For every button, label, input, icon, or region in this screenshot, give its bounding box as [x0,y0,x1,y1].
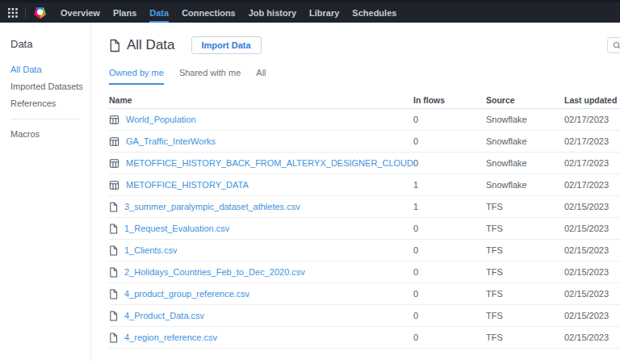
in-flows-cell: 1 [413,202,486,211]
name-cell: 2_Holidays_Countries_Feb_to_Dec_2020.csv [109,267,413,278]
in-flows-cell: 0 [413,245,486,255]
sidebar-item-imported-datasets[interactable]: Imported Datasets [10,82,90,91]
tab-all[interactable]: All [256,68,266,85]
nav-item-schedules[interactable]: Schedules [352,2,396,23]
source-cell: TFS [486,202,564,211]
column-header-in-flows[interactable]: In flows [413,95,486,105]
navbar-items: OverviewPlansDataConnectionsJob historyL… [61,2,396,23]
table-row: GA_Traffic_InterWorks0Snowflake02/17/202… [109,131,620,153]
datasets-table: NameIn flowsSourceLast updated World_Pop… [109,91,620,349]
last-updated-cell: 02/17/2023 [564,115,620,124]
tab-bar: Owned by meShared with meAll [109,68,620,85]
document-icon [109,39,120,52]
dataset-link[interactable]: World_Population [126,115,196,124]
navbar-left [8,2,61,23]
source-cell: Snowflake [486,136,564,146]
column-header-source[interactable]: Source [486,95,564,105]
column-header-name[interactable]: Name [109,95,413,105]
sidebar-item-macros[interactable]: Macros [10,129,90,139]
sidebar: Data All DataImported DatasetsReferences… [0,23,91,362]
alteryx-star-logo-icon[interactable] [33,6,47,19]
last-updated-cell: 02/15/2023 [564,245,620,255]
name-cell: 4_region_reference.csv [109,333,413,343]
nav-item-data[interactable]: Data [149,2,169,23]
file-icon [109,224,118,234]
file-icon [109,245,118,256]
file-icon [109,289,118,299]
sidebar-item-all-data[interactable]: All Data [10,65,90,74]
name-cell: World_Population [109,115,413,125]
name-cell: 4_Product_Data.csv [109,311,413,321]
last-updated-cell: 02/15/2023 [564,289,620,299]
sidebar-primary-list: All DataImported DatasetsReferences [10,65,90,108]
dataset-link[interactable]: METOFFICE_HISTORY_BACK_FROM_ALTERYX_DESI… [126,158,413,168]
name-cell: 4_product_group_reference.csv [109,289,413,299]
tab-shared-with-me[interactable]: Shared with me [179,68,241,85]
name-cell: METOFFICE_HISTORY_BACK_FROM_ALTERYX_DESI… [109,158,413,169]
page-header: All Data Import Data [109,36,620,55]
source-cell: TFS [486,311,564,320]
table-row: METOFFICE_HISTORY_BACK_FROM_ALTERYX_DESI… [109,153,620,174]
dataset-link[interactable]: 4_region_reference.csv [124,333,217,342]
app-launcher-grid-icon[interactable] [8,8,18,18]
table-header-row: NameIn flowsSourceLast updated [109,91,620,109]
search-box [607,37,620,53]
source-cell: TFS [486,245,564,255]
dataset-link[interactable]: METOFFICE_HISTORY_DATA [126,180,249,190]
dataset-link[interactable]: 3_summer_paralympic_dataset_athletes.csv [124,202,300,211]
source-cell: Snowflake [486,180,564,190]
last-updated-cell: 02/15/2023 [564,202,620,211]
table-icon [109,115,119,125]
dataset-link[interactable]: 1_Clients.csv [124,245,177,255]
sidebar-title: Data [10,38,90,50]
dataset-link[interactable]: 1_Request_Evaluation.csv [124,224,229,233]
page-title: All Data [127,37,175,53]
table-row: World_Population0Snowflake02/17/2023 [109,109,620,131]
column-header-last-updated[interactable]: Last updated [564,95,620,105]
in-flows-cell: 0 [413,136,486,146]
column-header-label: Name [109,95,132,105]
table-row: 3_summer_paralympic_dataset_athletes.csv… [109,196,620,218]
in-flows-cell: 0 [413,115,486,124]
last-updated-cell: 02/15/2023 [564,224,620,233]
in-flows-cell: 0 [413,289,486,299]
table-row: 4_region_reference.csv0TFS02/15/2023 [109,327,620,349]
in-flows-cell: 0 [413,224,486,233]
file-icon [109,202,118,212]
nav-item-connections[interactable]: Connections [182,2,236,23]
name-cell: 1_Request_Evaluation.csv [109,224,413,234]
name-cell: 1_Clients.csv [109,245,413,256]
file-icon [109,267,118,278]
table-row: 1_Clients.csv0TFS02/15/2023 [109,240,620,261]
top-navbar: OverviewPlansDataConnectionsJob historyL… [0,0,620,23]
table-row: METOFFICE_HISTORY_DATA1Snowflake02/17/20… [109,174,620,196]
dataset-link[interactable]: 2_Holidays_Countries_Feb_to_Dec_2020.csv [124,267,305,277]
in-flows-cell: 0 [413,158,486,168]
tab-owned-by-me[interactable]: Owned by me [109,68,164,85]
dataset-link[interactable]: GA_Traffic_InterWorks [126,136,216,146]
file-icon [109,311,118,321]
table-body: World_Population0Snowflake02/17/2023GA_T… [109,109,620,349]
table-row: 2_Holidays_Countries_Feb_to_Dec_2020.csv… [109,261,620,283]
column-header-label: Source [486,95,515,105]
dataset-link[interactable]: 4_product_group_reference.csv [124,289,249,299]
nav-item-plans[interactable]: Plans [113,2,136,23]
source-cell: TFS [486,267,564,277]
last-updated-cell: 02/17/2023 [564,158,620,168]
in-flows-cell: 0 [413,333,486,342]
column-header-label: Last updated [564,95,617,105]
last-updated-cell: 02/15/2023 [564,333,620,342]
last-updated-cell: 02/15/2023 [564,267,620,277]
nav-item-overview[interactable]: Overview [61,2,100,23]
column-header-label: In flows [413,95,445,105]
name-cell: 3_summer_paralympic_dataset_athletes.csv [109,202,413,212]
sidebar-item-references[interactable]: References [10,98,90,108]
nav-item-job-history[interactable]: Job history [249,2,296,23]
nav-item-library[interactable]: Library [309,2,339,23]
last-updated-cell: 02/17/2023 [564,136,620,146]
last-updated-cell: 02/15/2023 [564,311,620,320]
last-updated-cell: 02/17/2023 [564,180,620,190]
dataset-link[interactable]: 4_Product_Data.csv [124,311,204,320]
navbar-divider [25,7,26,19]
import-data-button[interactable]: Import Data [191,36,262,54]
